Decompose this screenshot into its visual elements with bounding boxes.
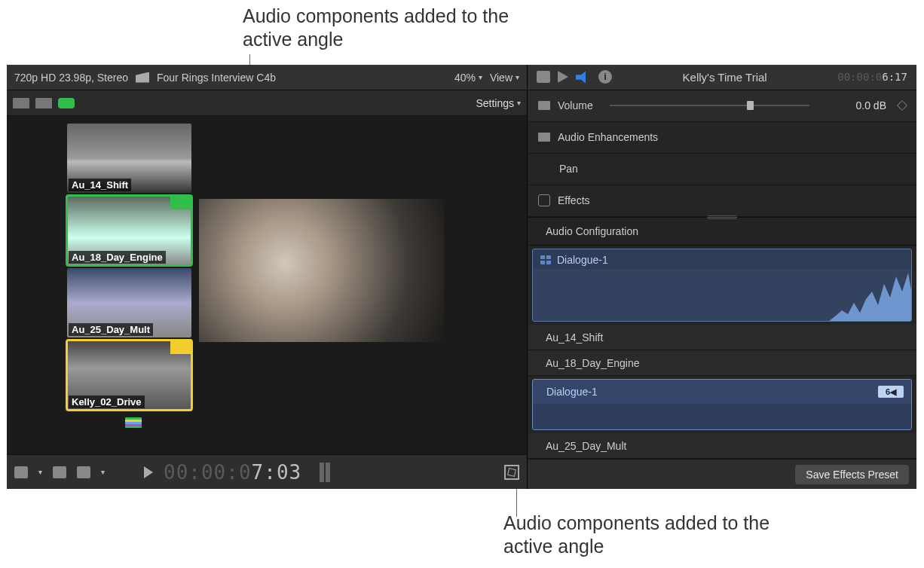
angle-label: Au_14_Shift [69, 179, 131, 191]
slider-knob[interactable] [747, 101, 754, 110]
clapboard-icon [136, 72, 149, 83]
filmstrip-icon[interactable] [13, 98, 29, 108]
generator-inspector-icon[interactable] [558, 71, 568, 83]
volume-value[interactable]: 0.0 dB [826, 99, 886, 111]
component-row-0[interactable]: Au_14_Shift [528, 325, 916, 350]
subcomponent-label: Dialogue-1 [546, 386, 598, 398]
angle-label: Au_18_Day_Engine [69, 251, 166, 264]
active-video-indicator [170, 340, 191, 354]
volume-slider[interactable] [610, 105, 809, 106]
audio-enhancements-row[interactable]: Audio Enhancements [528, 122, 916, 154]
inspector-timecode: 00:00:06:17 [837, 71, 907, 83]
subcomponent-dialogue-block[interactable]: Dialogue-1 6◀ [532, 379, 912, 430]
retime-tool-icon[interactable] [77, 466, 90, 478]
viewer-timecode[interactable]: 00:00:07:03 [164, 461, 301, 484]
waveform-area [533, 269, 911, 322]
effects-label: Effects [558, 194, 590, 206]
multicam-icon [540, 255, 551, 264]
effects-row[interactable]: Effects [528, 185, 916, 217]
annotation-bottom: Audio components added to the active ang… [503, 512, 805, 559]
zoom-value: 40% [454, 72, 476, 84]
audio-meters [320, 463, 330, 482]
settings-dropdown[interactable]: Settings ▾ [476, 97, 521, 109]
clip-icon[interactable] [35, 98, 52, 108]
timecode-bright: 6:17 [882, 71, 907, 83]
fullscreen-icon[interactable] [504, 465, 519, 480]
active-audio-indicator [170, 196, 191, 209]
settings-label: Settings [476, 97, 514, 109]
audio-config-header: Audio Configuration [528, 217, 916, 246]
inspector-pane: i Kelly's Time Trial 00:00:06:17 Volume … [527, 65, 916, 489]
component-label: Au_14_Shift [546, 331, 603, 344]
view-label: View [490, 72, 512, 84]
enhancements-label: Audio Enhancements [558, 131, 658, 143]
waveform-icon[interactable] [58, 98, 75, 108]
angle-thumb-0[interactable]: Au_14_Shift [67, 124, 191, 193]
info-inspector-icon[interactable]: i [598, 70, 612, 84]
chevron-down-icon: ▾ [517, 99, 521, 107]
viewer-pane: 720p HD 23.98p, Stereo Four Rings Interv… [7, 65, 527, 489]
app-window: 720p HD 23.98p, Stereo Four Rings Interv… [7, 65, 916, 489]
effects-checkbox[interactable] [538, 194, 550, 206]
chevron-down-icon: ▾ [516, 73, 519, 81]
viewer-toolbar: Settings ▾ [7, 90, 527, 116]
format-label: 720p HD 23.98p, Stereo [14, 72, 128, 84]
zoom-dropdown[interactable]: 40% ▾ [454, 72, 482, 84]
angle-thumb-1[interactable]: Au_18_Day_Engine [67, 196, 191, 265]
audio-config-label: Audio Configuration [546, 225, 638, 237]
inspector-footer: Save Effects Preset [528, 459, 916, 489]
view-dropdown[interactable]: View ▾ [490, 72, 519, 84]
angle-label: Kelly_02_Drive [69, 395, 145, 408]
waveform-icon [828, 269, 911, 322]
timecode-dim: 00:00:0 [837, 71, 882, 83]
angle-label: Au_25_Day_Mult [69, 323, 153, 336]
angle-thumb-2[interactable]: Au_25_Day_Mult [67, 268, 191, 337]
disclosure-icon [538, 133, 550, 142]
component-label: Au_18_Day_Engine [546, 357, 640, 369]
chevron-down-icon: ▾ [101, 468, 105, 476]
video-inspector-icon[interactable] [537, 71, 550, 83]
chevron-down-icon: ▾ [38, 468, 42, 476]
disclosure-icon[interactable] [538, 101, 550, 110]
role-name: Dialogue-1 [557, 254, 608, 266]
chevron-down-icon: ▾ [479, 73, 482, 81]
inspector-title: Kelly's Time Trial [683, 71, 767, 84]
timecode-dim: 00:00:0 [164, 461, 252, 484]
component-label: Au_25_Day_Mult [546, 440, 626, 452]
pan-row[interactable]: Pan [528, 154, 916, 185]
monitor-frame[interactable] [199, 199, 444, 342]
component-row-3[interactable]: Au_25_Day_Mult [528, 433, 916, 459]
timecode-bright: 7:03 [252, 461, 302, 484]
angle-thumb-3[interactable]: Kelly_02_Drive [67, 340, 191, 410]
role-dialogue-block[interactable]: Dialogue-1 [532, 249, 912, 322]
volume-label: Volume [558, 99, 593, 111]
monitor-area [199, 116, 527, 454]
annotation-top: Audio components added to the active ang… [243, 5, 544, 52]
clip-title: Four Rings Interview C4b [157, 72, 276, 84]
svg-marker-0 [828, 273, 911, 322]
inspector-header: i Kelly's Time Trial 00:00:06:17 [528, 65, 916, 90]
volume-row: Volume 0.0 dB [528, 90, 916, 122]
viewer-header: 720p HD 23.98p, Stereo Four Rings Interv… [7, 65, 527, 90]
drag-handle-icon[interactable] [707, 215, 737, 219]
save-effects-preset-button[interactable]: Save Effects Preset [795, 465, 909, 484]
keyframe-button[interactable] [897, 100, 907, 111]
transform-tool-icon[interactable] [53, 466, 66, 478]
viewer-body: Au_14_Shift Au_18_Day_Engine Au_25_Day_M… [7, 116, 527, 454]
audio-inspector-icon[interactable] [576, 71, 591, 83]
play-button[interactable] [144, 466, 153, 478]
badge-text: 6 [886, 387, 890, 396]
crop-tool-icon[interactable] [14, 466, 28, 478]
pan-label: Pan [559, 163, 578, 175]
angle-column: Au_14_Shift Au_18_Day_Engine Au_25_Day_M… [7, 116, 199, 454]
component-row-1[interactable]: Au_18_Day_Engine [528, 350, 916, 376]
surround-badge: 6◀ [878, 386, 904, 398]
angle-overview-button[interactable] [125, 417, 142, 428]
transport-bar: ▾ ▾ 00:00:07:03 [7, 454, 527, 489]
waveform-area [533, 404, 911, 429]
